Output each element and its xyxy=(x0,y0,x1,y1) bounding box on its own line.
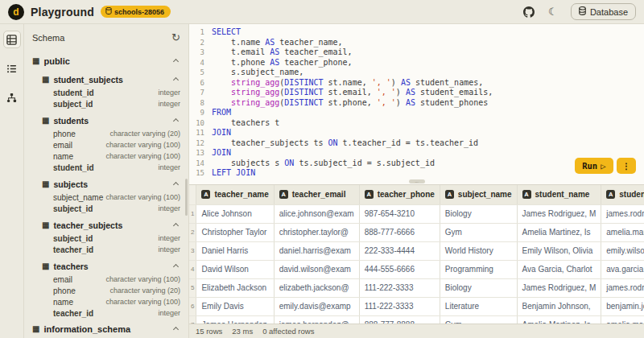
table-node-student_subjects[interactable]: ▦student_subjects xyxy=(40,72,182,87)
code-line[interactable]: 1SELECT xyxy=(189,27,644,38)
resize-handle[interactable]: ... xyxy=(409,179,425,183)
code-line[interactable]: 3 t.email AS teacher_email, xyxy=(189,47,644,58)
table-cell[interactable]: james.rodriguez@e xyxy=(601,278,644,297)
code-line[interactable]: 6 string_agg(DISTINCT st.name, ', ') AS … xyxy=(189,78,644,89)
table-cell[interactable]: 111-222-3333 xyxy=(359,278,440,297)
table-cell[interactable]: Amelia Martinez, Is xyxy=(517,315,601,324)
table-node-teachers[interactable]: ▦teachers xyxy=(40,259,182,274)
table-cell[interactable]: James Hernandez xyxy=(196,315,274,324)
chevron-up-icon[interactable] xyxy=(173,181,179,187)
table-cell[interactable]: Programming xyxy=(440,260,517,278)
diagram-panel-icon[interactable] xyxy=(3,89,21,106)
chevron-up-icon[interactable] xyxy=(173,263,179,269)
table-cell[interactable]: Emily Wilson, Olivia xyxy=(517,241,601,260)
table-node-subjects[interactable]: ▦subjects xyxy=(40,177,182,192)
column-header-student_name[interactable]: Astudent_name xyxy=(517,185,601,204)
table-cell[interactable]: Elizabeth Jackson xyxy=(196,278,274,297)
code-line[interactable]: 2 t.name AS teacher_name, xyxy=(189,38,644,48)
run-button[interactable]: Run ▷ xyxy=(575,158,613,174)
column-header-teacher_phone[interactable]: Ateacher_phone xyxy=(359,185,440,204)
schema-node-public[interactable]: ▦public xyxy=(31,54,182,68)
sidebar-scrollbar[interactable] xyxy=(185,179,188,216)
table-cell[interactable]: Gym xyxy=(440,223,517,241)
table-cell[interactable]: World History xyxy=(440,241,517,260)
app-logo: d xyxy=(8,4,24,20)
code-line[interactable]: 12 teacher_subjects ts ON t.teacher_id =… xyxy=(189,138,644,149)
table-cell[interactable]: amelia.martinez@e xyxy=(601,223,644,241)
sql-editor[interactable]: 1SELECT2 t.name AS teacher_name,3 t.emai… xyxy=(189,24,644,179)
chevron-up-icon[interactable] xyxy=(173,326,179,332)
row-number-cell: 6 xyxy=(189,297,196,315)
table-cell[interactable]: Ava Garcia, Charlot xyxy=(517,260,601,278)
table-cell[interactable]: 888-777-6666 xyxy=(359,223,440,241)
table-cell[interactable]: benjamin.johnson@ xyxy=(601,297,644,315)
column-header-teacher_email[interactable]: Ateacher_email xyxy=(274,185,359,204)
chevron-up-icon[interactable] xyxy=(173,117,179,123)
table-cell[interactable]: Biology xyxy=(440,278,517,297)
refresh-icon[interactable]: ↻ xyxy=(171,32,180,43)
table-cell[interactable]: james.rodriguez@e xyxy=(601,204,644,223)
table-cell[interactable]: ava.garcia@examp xyxy=(601,260,644,278)
table-cell[interactable]: Daniel Harris xyxy=(196,241,274,260)
column-header-label: student_email xyxy=(619,190,644,199)
table-cell[interactable]: james.hernandez@ xyxy=(274,315,359,324)
table-cell[interactable]: Benjamin Johnson, xyxy=(517,297,601,315)
table-icon: ▦ xyxy=(42,76,49,84)
table-cell[interactable]: Biology xyxy=(440,204,517,223)
column-name: name xyxy=(53,298,73,307)
column-name: teacher_id xyxy=(53,309,93,318)
table-cell[interactable]: Literature xyxy=(440,297,517,315)
code-line[interactable]: 5 s.subject_name, xyxy=(189,68,644,78)
table-cell[interactable]: James Rodriguez, M xyxy=(517,278,601,297)
table-cell[interactable]: elizabeth.jackson@ xyxy=(274,278,359,297)
table-cell[interactable]: daniel.harris@exam xyxy=(274,241,359,260)
results-panel-icon[interactable] xyxy=(3,60,21,77)
column-header-teacher_name[interactable]: Ateacher_name xyxy=(196,185,274,204)
table-cell[interactable]: David Wilson xyxy=(196,260,274,278)
column-row: phonecharacter varying (20) xyxy=(52,128,182,139)
code-line[interactable]: 7 string_agg(DISTINCT st.email, ', ') AS… xyxy=(189,88,644,98)
table-cell[interactable]: 987-654-3210 xyxy=(359,204,440,223)
text-type-icon: A xyxy=(445,190,454,199)
column-header-student_email[interactable]: Astudent_email xyxy=(601,185,644,204)
column-header-inner: Astudent_email xyxy=(606,190,644,199)
table-cell[interactable]: Amelia Martinez, Is xyxy=(517,223,601,241)
table-cell[interactable]: 444-555-6666 xyxy=(359,260,440,278)
table-cell[interactable]: James Rodriguez, M xyxy=(517,204,601,223)
chevron-up-icon[interactable] xyxy=(173,58,179,64)
table-cell[interactable]: 222-333-4444 xyxy=(359,241,440,260)
column-name: phone xyxy=(53,286,76,295)
table-cell[interactable]: emily.davis@examp xyxy=(274,297,359,315)
column-header-subject_name[interactable]: Asubject_name xyxy=(440,185,517,204)
schema-node-information_schema[interactable]: ▦information_schema xyxy=(31,322,182,336)
table-cell[interactable]: Christopher Taylor xyxy=(196,223,274,241)
table-cell[interactable]: alice.johnson@exam xyxy=(274,204,359,223)
table-cell[interactable]: Alice Johnson xyxy=(196,204,274,223)
table-cell[interactable]: 888-777-8888 xyxy=(359,315,440,324)
database-button-label: Database xyxy=(590,7,628,17)
schema-panel-icon[interactable] xyxy=(3,31,21,48)
database-button[interactable]: Database xyxy=(571,3,636,20)
table-cell[interactable]: 111-222-3333 xyxy=(359,297,440,315)
table-cell[interactable]: christopher.taylor@ xyxy=(274,223,359,241)
chevron-up-icon[interactable] xyxy=(173,222,179,228)
code-line[interactable]: 4 t.phone AS teacher_phone, xyxy=(189,58,644,68)
table-cell[interactable]: Emily Davis xyxy=(196,297,274,315)
table-cell[interactable]: david.wilson@exam xyxy=(274,260,359,278)
code-line[interactable]: 11JOIN xyxy=(189,128,644,138)
code-line[interactable]: 13JOIN xyxy=(189,148,644,159)
code-line[interactable]: 9FROM xyxy=(189,108,644,118)
table-node-students[interactable]: ▦students xyxy=(40,113,182,128)
code-line[interactable]: 10 teachers t xyxy=(189,118,644,129)
status-bar: 15 rows 23 ms 0 affected rows xyxy=(189,324,644,338)
github-icon[interactable] xyxy=(522,6,535,19)
table-cell[interactable]: amelia.martinez@e xyxy=(601,315,644,324)
run-menu-button[interactable]: ⋮ xyxy=(617,158,637,174)
code-line[interactable]: 8 string_agg(DISTINCT st.phone, ', ') AS… xyxy=(189,98,644,109)
table-cell[interactable]: Gym xyxy=(440,315,517,324)
chevron-up-icon[interactable] xyxy=(173,76,179,82)
table-node-teacher_subjects[interactable]: ▦teacher_subjects xyxy=(40,218,182,233)
dark-mode-icon[interactable]: ☾ xyxy=(547,6,559,19)
column-name: student_id xyxy=(53,89,94,97)
table-cell[interactable]: emily.wilson@exam xyxy=(601,241,644,260)
